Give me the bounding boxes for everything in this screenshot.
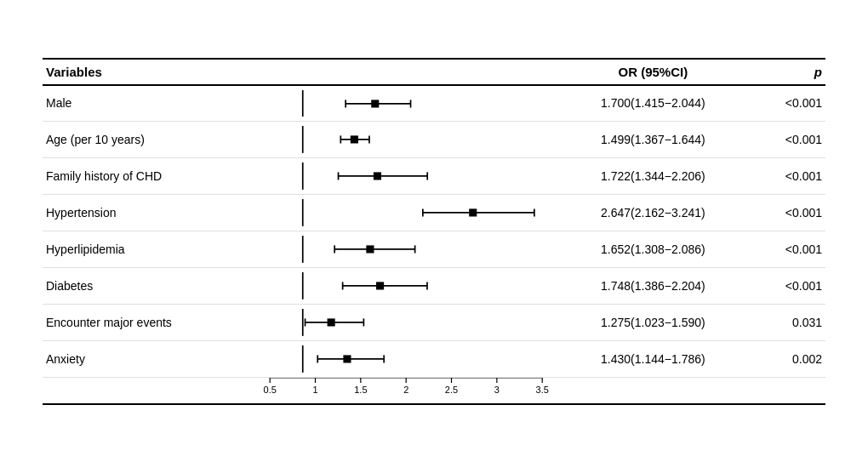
variable-cell: Hyperlipidemia [43, 231, 248, 268]
p-value-cell: <0.001 [741, 158, 825, 195]
svg-rect-29 [376, 282, 384, 289]
svg-rect-24 [366, 245, 374, 253]
axis-empty-1 [43, 377, 248, 404]
forest-cell [248, 122, 564, 158]
variable-cell: Family history of CHD [43, 158, 248, 195]
or-ci-cell: 1.722(1.344−2.206) [564, 158, 741, 195]
table-row: Age (per 10 years) 1.499(1.367−1.644)<0.… [43, 122, 825, 158]
forest-cell [248, 340, 564, 377]
forest-cell [248, 195, 564, 231]
svg-text:2: 2 [403, 385, 408, 395]
axis-empty-2 [564, 377, 741, 404]
or-ci-cell: 1.748(1.386−2.204) [564, 267, 741, 304]
p-value-cell: <0.001 [741, 85, 825, 122]
svg-text:0.5: 0.5 [263, 385, 276, 395]
or-ci-cell: 1.652(1.308−2.086) [564, 231, 741, 268]
or-ci-cell: 2.647(2.162−3.241) [564, 195, 741, 231]
variable-cell: Diabetes [43, 267, 248, 304]
table-row: Male 1.700(1.415−2.044)<0.001 [43, 85, 825, 122]
table-row: Diabetes 1.748(1.386−2.204)<0.001 [43, 267, 825, 304]
svg-rect-4 [371, 100, 379, 107]
or-ci-cell: 1.430(1.144−1.786) [564, 340, 741, 377]
p-value-cell: <0.001 [741, 122, 825, 158]
table-row: Encounter major events 1.275(1.023−1.590… [43, 304, 825, 340]
p-value-cell: 0.031 [741, 304, 825, 340]
or-ci-cell: 1.700(1.415−2.044) [564, 85, 741, 122]
forest-plot-table: Variables OR (95%CI) p Male 1.700(1.415−… [43, 58, 825, 405]
axis-cell: 0.511.522.533.5 [248, 377, 564, 404]
forest-cell [248, 85, 564, 122]
p-header: p [741, 59, 825, 85]
forest-cell [248, 304, 564, 340]
forest-cell [248, 158, 564, 195]
svg-text:1: 1 [312, 385, 317, 395]
svg-rect-39 [343, 355, 351, 362]
chart-container: Variables OR (95%CI) p Male 1.700(1.415−… [26, 49, 842, 414]
svg-text:3: 3 [494, 385, 500, 395]
variable-cell: Male [43, 85, 248, 122]
table-row: Hyperlipidemia 1.652(1.308−2.086)<0.001 [43, 231, 825, 268]
svg-text:2.5: 2.5 [445, 385, 458, 395]
table-row: Anxiety 1.430(1.144−1.786)0.002 [43, 340, 825, 377]
variable-cell: Hypertension [43, 195, 248, 231]
variables-header: Variables [43, 59, 248, 85]
p-value-cell: <0.001 [741, 231, 825, 268]
svg-rect-19 [469, 209, 477, 217]
p-value-cell: <0.001 [741, 195, 825, 231]
forest-cell [248, 231, 564, 268]
variable-cell: Anxiety [43, 340, 248, 377]
forest-header [248, 59, 564, 85]
forest-cell [248, 267, 564, 304]
axis-row: 0.511.522.533.5 [43, 377, 825, 404]
or-ci-cell: 1.499(1.367−1.644) [564, 122, 741, 158]
or-ci-cell: 1.275(1.023−1.590) [564, 304, 741, 340]
table-row: Family history of CHD 1.722(1.344−2.206)… [43, 158, 825, 195]
svg-text:1.5: 1.5 [354, 385, 367, 395]
or-ci-header: OR (95%CI) [564, 59, 741, 85]
svg-rect-14 [374, 173, 381, 180]
table-row: Hypertension 2.647(2.162−3.241)<0.001 [43, 195, 825, 231]
axis-empty-3 [741, 377, 825, 404]
variable-cell: Encounter major events [43, 304, 248, 340]
svg-rect-34 [328, 318, 335, 326]
header-row: Variables OR (95%CI) p [43, 59, 825, 85]
svg-rect-9 [351, 136, 358, 144]
p-value-cell: 0.002 [741, 340, 825, 377]
variable-cell: Age (per 10 years) [43, 122, 248, 158]
p-value-cell: <0.001 [741, 267, 825, 304]
svg-text:3.5: 3.5 [535, 385, 548, 395]
